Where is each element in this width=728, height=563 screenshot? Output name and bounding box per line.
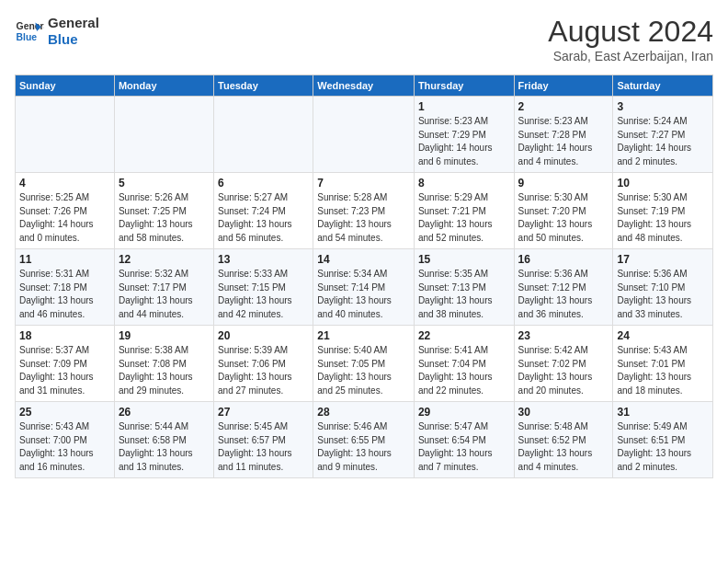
day-detail: Sunrise: 5:47 AM Sunset: 6:54 PM Dayligh… (418, 420, 510, 474)
day-detail: Sunrise: 5:38 AM Sunset: 7:08 PM Dayligh… (119, 344, 210, 397)
calendar-cell: 22Sunrise: 5:41 AM Sunset: 7:04 PM Dayli… (414, 326, 514, 402)
calendar-cell (313, 97, 415, 173)
svg-text:Blue: Blue (17, 32, 38, 42)
day-detail: Sunrise: 5:25 AM Sunset: 7:26 PM Dayligh… (19, 191, 110, 245)
day-number: 29 (418, 406, 510, 419)
day-number: 4 (19, 177, 110, 190)
day-header-sunday: Sunday (16, 75, 115, 97)
day-header-wednesday: Wednesday (313, 75, 415, 97)
calendar-cell: 13Sunrise: 5:33 AM Sunset: 7:15 PM Dayli… (214, 249, 313, 326)
calendar-cell: 23Sunrise: 5:42 AM Sunset: 7:02 PM Dayli… (514, 326, 613, 402)
location-subtitle: Sarab, East Azerbaijan, Iran (548, 49, 713, 63)
day-number: 19 (119, 329, 210, 342)
day-number: 17 (617, 253, 709, 266)
day-number: 7 (317, 177, 410, 190)
calendar-table: SundayMondayTuesdayWednesdayThursdayFrid… (15, 75, 713, 478)
day-header-saturday: Saturday (613, 75, 713, 97)
day-detail: Sunrise: 5:24 AM Sunset: 7:27 PM Dayligh… (617, 115, 709, 168)
day-detail: Sunrise: 5:27 AM Sunset: 7:24 PM Dayligh… (218, 191, 309, 245)
day-number: 14 (317, 253, 410, 266)
day-detail: Sunrise: 5:29 AM Sunset: 7:21 PM Dayligh… (418, 191, 510, 245)
day-number: 20 (218, 329, 309, 342)
day-detail: Sunrise: 5:41 AM Sunset: 7:04 PM Dayligh… (418, 344, 510, 397)
day-detail: Sunrise: 5:30 AM Sunset: 7:20 PM Dayligh… (518, 191, 609, 245)
calendar-cell: 6Sunrise: 5:27 AM Sunset: 7:24 PM Daylig… (214, 173, 313, 249)
day-number: 3 (617, 100, 709, 113)
day-number: 6 (218, 177, 309, 190)
calendar-cell: 15Sunrise: 5:35 AM Sunset: 7:13 PM Dayli… (414, 249, 514, 326)
day-number: 27 (218, 406, 309, 419)
day-detail: Sunrise: 5:43 AM Sunset: 7:00 PM Dayligh… (19, 420, 110, 474)
day-detail: Sunrise: 5:28 AM Sunset: 7:23 PM Dayligh… (317, 191, 410, 245)
day-detail: Sunrise: 5:49 AM Sunset: 6:51 PM Dayligh… (617, 420, 709, 474)
calendar-week-row: 18Sunrise: 5:37 AM Sunset: 7:09 PM Dayli… (16, 326, 713, 402)
logo-icon: General Blue (15, 17, 44, 46)
calendar-cell (114, 97, 213, 173)
day-number: 24 (617, 329, 709, 342)
calendar-cell (16, 97, 115, 173)
calendar-cell: 29Sunrise: 5:47 AM Sunset: 6:54 PM Dayli… (414, 402, 514, 478)
day-number: 2 (518, 100, 609, 113)
calendar-cell: 4Sunrise: 5:25 AM Sunset: 7:26 PM Daylig… (16, 173, 115, 249)
logo-blue: Blue (48, 31, 99, 48)
calendar-cell: 7Sunrise: 5:28 AM Sunset: 7:23 PM Daylig… (313, 173, 415, 249)
day-number: 28 (317, 406, 410, 419)
calendar-cell: 5Sunrise: 5:26 AM Sunset: 7:25 PM Daylig… (114, 173, 213, 249)
day-detail: Sunrise: 5:42 AM Sunset: 7:02 PM Dayligh… (518, 344, 609, 397)
month-year-title: August 2024 (548, 15, 713, 49)
day-number: 31 (617, 406, 709, 419)
day-number: 25 (19, 406, 110, 419)
calendar-cell: 10Sunrise: 5:30 AM Sunset: 7:19 PM Dayli… (613, 173, 713, 249)
calendar-cell: 16Sunrise: 5:36 AM Sunset: 7:12 PM Dayli… (514, 249, 613, 326)
calendar-cell: 11Sunrise: 5:31 AM Sunset: 7:18 PM Dayli… (16, 249, 115, 326)
day-number: 23 (518, 329, 609, 342)
calendar-cell: 28Sunrise: 5:46 AM Sunset: 6:55 PM Dayli… (313, 402, 415, 478)
day-detail: Sunrise: 5:45 AM Sunset: 6:57 PM Dayligh… (218, 420, 309, 474)
calendar-cell: 17Sunrise: 5:36 AM Sunset: 7:10 PM Dayli… (613, 249, 713, 326)
day-number: 21 (317, 329, 410, 342)
calendar-cell: 31Sunrise: 5:49 AM Sunset: 6:51 PM Dayli… (613, 402, 713, 478)
calendar-body: 1Sunrise: 5:23 AM Sunset: 7:29 PM Daylig… (16, 97, 713, 478)
day-header-friday: Friday (514, 75, 613, 97)
day-detail: Sunrise: 5:23 AM Sunset: 7:28 PM Dayligh… (518, 115, 609, 168)
calendar-cell: 18Sunrise: 5:37 AM Sunset: 7:09 PM Dayli… (16, 326, 115, 402)
day-header-tuesday: Tuesday (214, 75, 313, 97)
logo-general: General (48, 15, 99, 31)
day-detail: Sunrise: 5:37 AM Sunset: 7:09 PM Dayligh… (19, 344, 110, 397)
day-number: 16 (518, 253, 609, 266)
calendar-week-row: 1Sunrise: 5:23 AM Sunset: 7:29 PM Daylig… (16, 97, 713, 173)
calendar-cell: 24Sunrise: 5:43 AM Sunset: 7:01 PM Dayli… (613, 326, 713, 402)
calendar-cell: 12Sunrise: 5:32 AM Sunset: 7:17 PM Dayli… (114, 249, 213, 326)
day-detail: Sunrise: 5:43 AM Sunset: 7:01 PM Dayligh… (617, 344, 709, 397)
day-number: 8 (418, 177, 510, 190)
calendar-cell: 27Sunrise: 5:45 AM Sunset: 6:57 PM Dayli… (214, 402, 313, 478)
day-detail: Sunrise: 5:44 AM Sunset: 6:58 PM Dayligh… (119, 420, 210, 474)
day-number: 11 (19, 253, 110, 266)
calendar-cell: 3Sunrise: 5:24 AM Sunset: 7:27 PM Daylig… (613, 97, 713, 173)
logo: General Blue General Blue (15, 15, 99, 48)
calendar-cell: 8Sunrise: 5:29 AM Sunset: 7:21 PM Daylig… (414, 173, 514, 249)
calendar-cell: 2Sunrise: 5:23 AM Sunset: 7:28 PM Daylig… (514, 97, 613, 173)
calendar-cell: 25Sunrise: 5:43 AM Sunset: 7:00 PM Dayli… (16, 402, 115, 478)
day-number: 26 (119, 406, 210, 419)
day-detail: Sunrise: 5:32 AM Sunset: 7:17 PM Dayligh… (119, 268, 210, 321)
day-detail: Sunrise: 5:46 AM Sunset: 6:55 PM Dayligh… (317, 420, 410, 474)
page-header: General Blue General Blue August 2024 Sa… (15, 15, 713, 63)
calendar-cell: 19Sunrise: 5:38 AM Sunset: 7:08 PM Dayli… (114, 326, 213, 402)
day-detail: Sunrise: 5:35 AM Sunset: 7:13 PM Dayligh… (418, 268, 510, 321)
day-number: 9 (518, 177, 609, 190)
day-number: 15 (418, 253, 510, 266)
day-number: 18 (19, 329, 110, 342)
title-section: August 2024 Sarab, East Azerbaijan, Iran (548, 15, 713, 63)
calendar-week-row: 25Sunrise: 5:43 AM Sunset: 7:00 PM Dayli… (16, 402, 713, 478)
day-detail: Sunrise: 5:39 AM Sunset: 7:06 PM Dayligh… (218, 344, 309, 397)
day-detail: Sunrise: 5:40 AM Sunset: 7:05 PM Dayligh… (317, 344, 410, 397)
day-number: 22 (418, 329, 510, 342)
day-detail: Sunrise: 5:31 AM Sunset: 7:18 PM Dayligh… (19, 268, 110, 321)
calendar-week-row: 4Sunrise: 5:25 AM Sunset: 7:26 PM Daylig… (16, 173, 713, 249)
calendar-cell: 14Sunrise: 5:34 AM Sunset: 7:14 PM Dayli… (313, 249, 415, 326)
calendar-header-row: SundayMondayTuesdayWednesdayThursdayFrid… (16, 75, 713, 97)
calendar-cell: 21Sunrise: 5:40 AM Sunset: 7:05 PM Dayli… (313, 326, 415, 402)
day-detail: Sunrise: 5:36 AM Sunset: 7:10 PM Dayligh… (617, 268, 709, 321)
day-detail: Sunrise: 5:48 AM Sunset: 6:52 PM Dayligh… (518, 420, 609, 474)
